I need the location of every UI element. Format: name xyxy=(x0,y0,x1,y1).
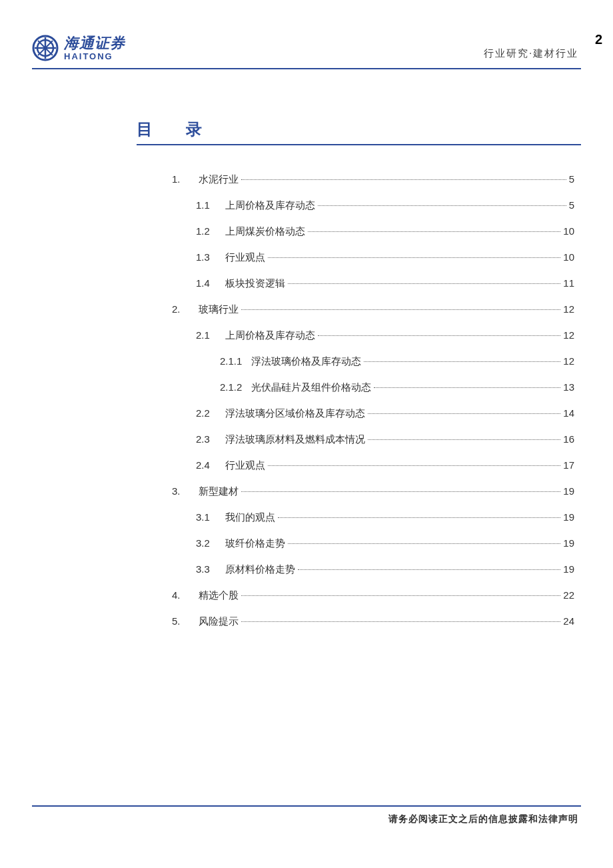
toc-entry[interactable]: 5.风险提示24 xyxy=(172,615,574,628)
toc-entry[interactable]: 1.3行业观点10 xyxy=(172,251,574,264)
toc-entry-number: 2.4 xyxy=(196,459,216,471)
toc-leader-dots xyxy=(241,595,560,596)
toc-entry-page: 22 xyxy=(563,589,574,601)
toc-entry[interactable]: 3.新型建材19 xyxy=(172,485,574,498)
toc-entry[interactable]: 1.水泥行业5 xyxy=(172,173,574,186)
toc-leader-dots xyxy=(288,283,560,284)
toc-entry-number: 5. xyxy=(172,615,189,627)
haitong-logo-icon xyxy=(32,35,59,61)
section-title: 目 录 xyxy=(137,119,581,140)
toc-leader-dots xyxy=(241,309,560,310)
toc-entry-number: 2.1.2 xyxy=(220,381,242,393)
toc-entry-title: 原材料价格走势 xyxy=(225,563,295,576)
toc-entry-number: 4. xyxy=(172,589,189,601)
toc-entry-page: 12 xyxy=(563,329,574,341)
footer-disclaimer: 请务必阅读正文之后的信息披露和法律声明 xyxy=(388,813,578,825)
toc-entry-page: 19 xyxy=(563,485,574,497)
toc-entry-number: 2. xyxy=(172,303,189,315)
table-of-contents: 1.水泥行业51.1上周价格及库存动态51.2上周煤炭价格动态101.3行业观点… xyxy=(172,173,574,641)
brand-name-en: HAITONG xyxy=(64,52,125,61)
toc-entry-page: 19 xyxy=(563,563,574,575)
toc-entry-number: 2.2 xyxy=(196,407,216,419)
toc-entry-title: 上周价格及库存动态 xyxy=(225,199,315,212)
toc-leader-dots xyxy=(268,257,560,258)
toc-entry-page: 24 xyxy=(563,615,574,627)
toc-entry-number: 3. xyxy=(172,485,189,497)
toc-entry-title: 上周煤炭价格动态 xyxy=(225,225,305,238)
toc-leader-dots xyxy=(241,179,566,180)
toc-leader-dots xyxy=(241,491,560,492)
toc-entry[interactable]: 1.1上周价格及库存动态5 xyxy=(172,199,574,212)
page-header: 海通证券 HAITONG 行业研究·建材行业 2 xyxy=(32,35,581,69)
toc-entry-number: 3.2 xyxy=(196,537,216,549)
toc-entry[interactable]: 2.玻璃行业12 xyxy=(172,303,574,316)
toc-leader-dots xyxy=(268,465,560,466)
toc-leader-dots xyxy=(368,439,560,440)
toc-leader-dots xyxy=(364,361,560,362)
toc-entry-number: 3.1 xyxy=(196,511,216,523)
toc-entry-page: 16 xyxy=(563,433,574,445)
toc-entry-page: 12 xyxy=(563,303,574,315)
toc-entry-title: 玻璃行业 xyxy=(199,303,239,316)
toc-leader-dots xyxy=(308,231,560,232)
toc-entry[interactable]: 4.精选个股22 xyxy=(172,589,574,602)
toc-entry-page: 14 xyxy=(563,407,574,419)
toc-leader-dots xyxy=(368,413,560,414)
toc-leader-dots xyxy=(241,621,560,622)
brand-text: 海通证券 HAITONG xyxy=(64,36,125,61)
toc-entry-page: 10 xyxy=(563,251,574,263)
toc-entry-page: 11 xyxy=(563,277,574,289)
toc-entry[interactable]: 1.4板块投资逻辑11 xyxy=(172,277,574,290)
brand-name-cn: 海通证券 xyxy=(64,36,125,51)
toc-entry-page: 13 xyxy=(563,381,574,393)
toc-entry-title: 新型建材 xyxy=(199,485,239,498)
toc-entry-number: 1. xyxy=(172,173,189,185)
toc-entry[interactable]: 2.4行业观点17 xyxy=(172,459,574,472)
toc-entry-title: 我们的观点 xyxy=(225,511,275,524)
toc-entry-title: 玻纤价格走势 xyxy=(225,537,285,550)
toc-entry[interactable]: 2.2浮法玻璃分区域价格及库存动态14 xyxy=(172,407,574,420)
toc-entry-number: 2.1 xyxy=(196,329,216,341)
page-number: 2 xyxy=(595,32,602,47)
toc-entry-number: 1.2 xyxy=(196,225,216,237)
toc-entry-page: 5 xyxy=(569,173,574,185)
toc-entry[interactable]: 2.1上周价格及库存动态12 xyxy=(172,329,574,342)
toc-entry-title: 精选个股 xyxy=(199,589,239,602)
toc-entry[interactable]: 3.2玻纤价格走势19 xyxy=(172,537,574,550)
toc-entry-title: 浮法玻璃原材料及燃料成本情况 xyxy=(225,433,365,446)
toc-entry-number: 2.1.1 xyxy=(220,355,242,367)
toc-entry-number: 2.3 xyxy=(196,433,216,445)
toc-entry-number: 1.4 xyxy=(196,277,216,289)
toc-entry-title: 浮法玻璃分区域价格及库存动态 xyxy=(225,407,365,420)
toc-leader-dots xyxy=(374,387,560,388)
toc-entry-page: 5 xyxy=(569,199,574,211)
section-title-bar: 目 录 xyxy=(137,119,581,145)
toc-entry-page: 17 xyxy=(563,459,574,471)
page: 海通证券 HAITONG 行业研究·建材行业 2 目 录 1.水泥行业51.1上… xyxy=(0,0,613,868)
toc-leader-dots xyxy=(288,543,560,544)
toc-entry[interactable]: 2.1.2光伏晶硅片及组件价格动态13 xyxy=(172,381,574,394)
toc-entry[interactable]: 2.1.1浮法玻璃价格及库存动态12 xyxy=(172,355,574,368)
toc-entry[interactable]: 2.3浮法玻璃原材料及燃料成本情况16 xyxy=(172,433,574,446)
toc-entry[interactable]: 1.2上周煤炭价格动态10 xyxy=(172,225,574,238)
toc-entry-page: 10 xyxy=(563,225,574,237)
toc-entry-title: 行业观点 xyxy=(225,251,265,264)
toc-entry-page: 19 xyxy=(563,511,574,523)
toc-entry-title: 风险提示 xyxy=(199,615,239,628)
toc-entry[interactable]: 3.1我们的观点19 xyxy=(172,511,574,524)
toc-entry-page: 12 xyxy=(563,355,574,367)
toc-entry[interactable]: 3.3原材料价格走势19 xyxy=(172,563,574,576)
toc-entry-title: 上周价格及库存动态 xyxy=(225,329,315,342)
toc-entry-number: 1.3 xyxy=(196,251,216,263)
toc-entry-title: 水泥行业 xyxy=(199,173,239,186)
toc-entry-title: 行业观点 xyxy=(225,459,265,472)
toc-leader-dots xyxy=(298,569,560,570)
toc-entry-title: 光伏晶硅片及组件价格动态 xyxy=(251,381,371,394)
header-category: 行业研究·建材行业 xyxy=(484,47,578,60)
toc-entry-number: 1.1 xyxy=(196,199,216,211)
toc-entry-number: 3.3 xyxy=(196,563,216,575)
toc-leader-dots xyxy=(278,517,560,518)
toc-leader-dots xyxy=(318,335,560,336)
toc-entry-title: 浮法玻璃价格及库存动态 xyxy=(251,355,361,368)
footer-divider xyxy=(32,805,581,807)
